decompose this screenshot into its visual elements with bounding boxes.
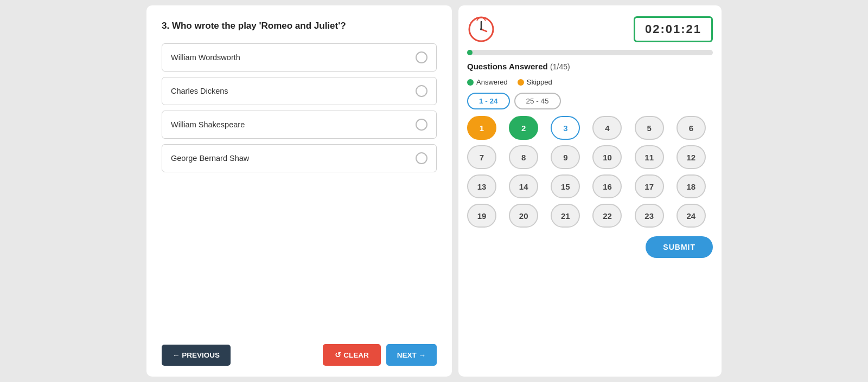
progress-bar-fill (467, 50, 473, 55)
question-number-4[interactable]: 4 (592, 116, 622, 140)
question-grid: 123456789101112131415161718192021222324 (467, 116, 713, 228)
question-title: 3. Who wrote the play 'Romeo and Juliet'… (162, 21, 437, 31)
skipped-dot (518, 79, 524, 86)
option-radio (416, 85, 427, 97)
legend-row: Answered Skipped (467, 78, 713, 86)
question-number-3[interactable]: 3 (551, 116, 580, 140)
question-number-15[interactable]: 15 (551, 174, 580, 198)
next-button[interactable]: NEXT → (386, 344, 437, 366)
question-number-14[interactable]: 14 (509, 174, 538, 198)
option-text: William Wordsworth (171, 53, 240, 62)
question-number-5[interactable]: 5 (635, 116, 664, 140)
question-number-22[interactable]: 22 (592, 204, 622, 228)
clear-button[interactable]: ↺ CLEAR (323, 344, 380, 366)
question-number-1[interactable]: 1 (467, 116, 496, 140)
option-item[interactable]: Charles Dickens (162, 77, 437, 105)
question-number-11[interactable]: 11 (635, 145, 664, 169)
nav-buttons-right: ↺ CLEAR NEXT → (323, 344, 437, 366)
questions-answered-section: Questions Answered (1/45) (467, 62, 713, 72)
options-list: William WordsworthCharles DickensWilliam… (162, 43, 437, 172)
option-radio (416, 152, 427, 164)
timer-row: 02:01:21 (467, 15, 713, 43)
question-number-18[interactable]: 18 (676, 174, 706, 198)
question-number-6[interactable]: 6 (676, 116, 706, 140)
question-number-19[interactable]: 19 (467, 204, 496, 228)
question-number-9[interactable]: 9 (551, 145, 580, 169)
option-item[interactable]: George Bernard Shaw (162, 144, 437, 172)
questions-answered-label: Questions Answered (467, 62, 548, 71)
option-item[interactable]: William Shakespeare (162, 111, 437, 139)
option-radio (416, 51, 427, 63)
answered-dot (467, 79, 474, 86)
svg-point-3 (480, 28, 482, 30)
legend-skipped: Skipped (518, 78, 552, 86)
question-number-12[interactable]: 12 (676, 145, 706, 169)
bottom-nav: ← PREVIOUS ↺ CLEAR NEXT → (162, 333, 437, 366)
submit-button[interactable]: SUBMIT (646, 236, 713, 258)
question-number-10[interactable]: 10 (592, 145, 622, 169)
questions-answered-count: (1/45) (550, 62, 570, 71)
submit-row: SUBMIT (467, 236, 713, 258)
option-text: George Bernard Shaw (171, 154, 249, 163)
clock-icon (467, 15, 495, 43)
question-number-23[interactable]: 23 (635, 204, 664, 228)
option-text: William Shakespeare (171, 120, 245, 129)
question-number-21[interactable]: 21 (551, 204, 580, 228)
tab-row: 1 - 2425 - 45 (467, 93, 713, 109)
question-number-2[interactable]: 2 (509, 116, 538, 140)
question-number-17[interactable]: 17 (635, 174, 664, 198)
question-panel: 3. Who wrote the play 'Romeo and Juliet'… (146, 5, 452, 377)
tab-tab2[interactable]: 25 - 45 (514, 93, 561, 109)
question-number-16[interactable]: 16 (592, 174, 622, 198)
option-text: Charles Dickens (171, 87, 228, 95)
timer-display: 02:01:21 (634, 16, 713, 42)
question-text: Who wrote the play 'Romeo and Juliet'? (172, 21, 346, 31)
question-separator: . (167, 21, 171, 31)
previous-button[interactable]: ← PREVIOUS (162, 345, 231, 366)
answered-label: Answered (476, 78, 508, 86)
skipped-label: Skipped (527, 78, 552, 86)
legend-answered: Answered (467, 78, 508, 86)
progress-bar-container (467, 50, 713, 55)
option-radio (416, 119, 427, 131)
question-number-7[interactable]: 7 (467, 145, 496, 169)
tab-tab1[interactable]: 1 - 24 (467, 93, 510, 109)
question-number-8[interactable]: 8 (509, 145, 538, 169)
option-item[interactable]: William Wordsworth (162, 43, 437, 72)
question-number-13[interactable]: 13 (467, 174, 496, 198)
question-number-24[interactable]: 24 (676, 204, 706, 228)
question-number-20[interactable]: 20 (509, 204, 538, 228)
sidebar-panel: 02:01:21 Questions Answered (1/45) Answe… (458, 5, 722, 377)
